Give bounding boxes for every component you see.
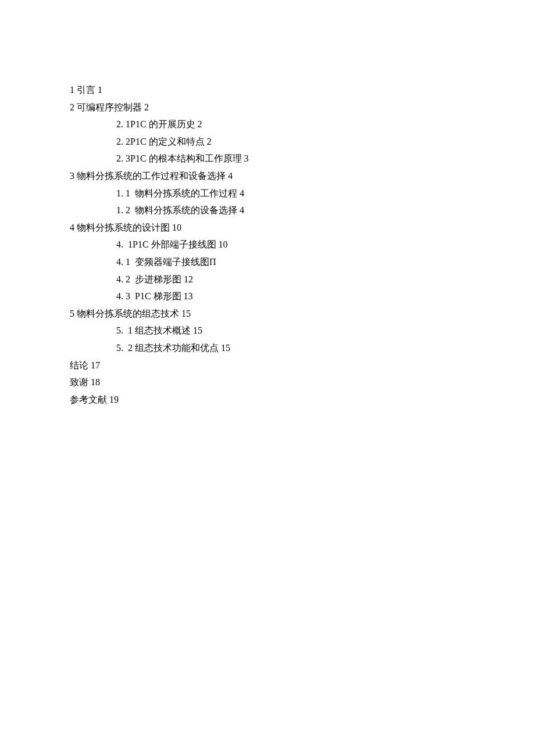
toc-entry-section-2-1: 2. 1P1C 的开展历史 2 <box>116 116 465 133</box>
toc-entry-section-2-3: 2. 3P1C 的根本结构和工作原理 3 <box>116 150 465 167</box>
toc-entry-section-3: 3 物料分拣系统的工作过程和设备选择 4 <box>70 167 465 185</box>
toc-entry-section-4-4: 4. 3 P1C 梯形图 13 <box>116 288 465 305</box>
table-of-contents: 1 引言 1 2 可编程序控制器 2 2. 1P1C 的开展历史 2 2. 2P… <box>70 81 465 408</box>
toc-entry-section-2: 2 可编程序控制器 2 <box>70 99 465 116</box>
toc-entry-section-3-1: 1. 1 物料分拣系统的工作过程 4 <box>116 185 465 202</box>
toc-entry-section-4-2: 4. 1 变频器端子接线图Π <box>116 253 465 271</box>
toc-entry-section-4: 4 物料分拣系统的设计图 10 <box>70 219 465 237</box>
toc-entry-section-5-2: 5. 2 组态技术功能和优点 15 <box>116 339 465 357</box>
toc-entry-section-3-2: 1. 2 物料分拣系统的设备选择 4 <box>116 202 465 219</box>
toc-entry-section-5-1: 5. 1 组态技术概述 15 <box>116 322 465 339</box>
toc-entry-section-1: 1 引言 1 <box>70 81 465 99</box>
toc-entry-thanks: 致谢 18 <box>70 374 465 391</box>
toc-entry-references: 参考文献 19 <box>70 391 465 409</box>
toc-entry-conclusion: 结论 17 <box>70 357 465 374</box>
toc-entry-section-2-2: 2. 2P1C 的定义和特点 2 <box>116 133 465 151</box>
toc-entry-section-4-3: 4. 2 步进梯形图 12 <box>116 271 465 288</box>
toc-entry-section-5: 5 物料分拣系统的组态技术 15 <box>70 305 465 323</box>
toc-entry-section-4-1: 4. 1P1C 外部端子接线图 10 <box>116 236 465 253</box>
